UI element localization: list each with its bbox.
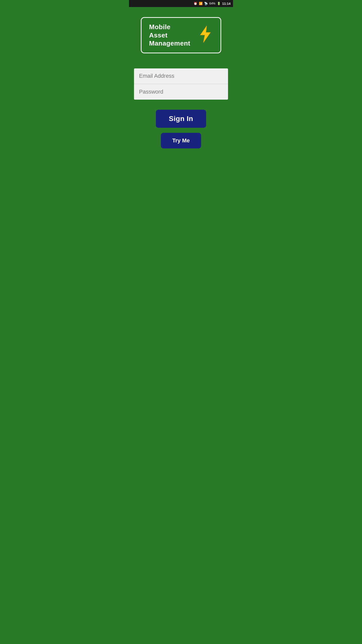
try-me-button[interactable]: Try Me	[161, 133, 201, 148]
signal-icon: 📡	[204, 2, 208, 5]
battery-percentage: 64%	[209, 2, 215, 5]
main-content: Mobile Asset Management Sign In Try Me	[129, 7, 233, 185]
sign-in-button[interactable]: Sign In	[156, 110, 206, 128]
alarm-icon: ⏰	[194, 2, 197, 5]
status-bar: ⏰ 📶 📡 64% 🔋 11:14	[129, 0, 233, 7]
email-input[interactable]	[134, 68, 228, 84]
clock-display: 11:14	[222, 2, 231, 6]
wifi-icon: 📶	[199, 2, 203, 5]
password-input[interactable]	[134, 84, 228, 100]
logo-text: Mobile Asset Management	[149, 23, 190, 48]
battery-icon: 🔋	[217, 2, 221, 5]
logo-box: Mobile Asset Management	[141, 17, 221, 53]
lightning-icon	[198, 25, 213, 45]
login-form: Sign In Try Me	[134, 68, 228, 148]
svg-marker-0	[200, 26, 210, 43]
